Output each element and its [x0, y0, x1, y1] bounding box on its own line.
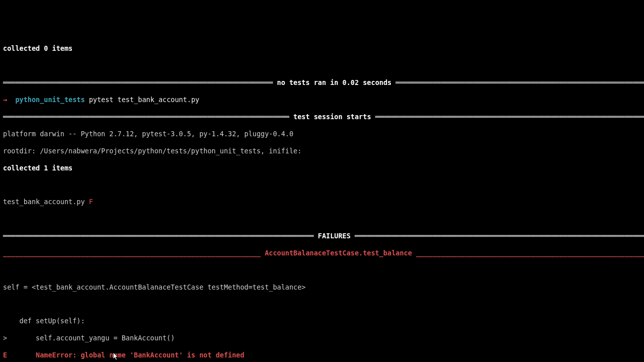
blank [3, 266, 641, 275]
session-start-divider: ════════════════════════════════════════… [3, 113, 641, 121]
collected-count: collected 0 items [3, 44, 641, 53]
trace-error: E NameError: global name 'BankAccount' i… [3, 351, 641, 359]
failures-divider: ════════════════════════════════════════… [3, 232, 641, 240]
blank [3, 61, 641, 70]
prompt-line-1: → python_unit_tests pytest test_bank_acc… [3, 96, 641, 104]
test-file-result: test_bank_account.py F [3, 198, 641, 206]
rootdir-info: rootdir: /Users/nabwera/Projects/python/… [3, 147, 641, 155]
trace-def: def setUp(self): [3, 317, 641, 325]
platform-info: platform darwin -- Python 2.7.12, pytest… [3, 130, 641, 138]
no-tests-divider: ════════════════════════════════════════… [3, 78, 641, 87]
trace-self: self = <test_bank_account.AccountBalanac… [3, 283, 641, 292]
terminal-output[interactable]: collected 0 items ══════════════════════… [3, 36, 641, 363]
collected-count: collected 1 items [3, 164, 641, 172]
blank [3, 215, 641, 223]
blank [3, 180, 641, 189]
blank [3, 300, 641, 309]
trace-call: > self.account_yangu = BankAccount() [3, 334, 641, 342]
failure-test-name: ________________________________________… [3, 249, 641, 257]
